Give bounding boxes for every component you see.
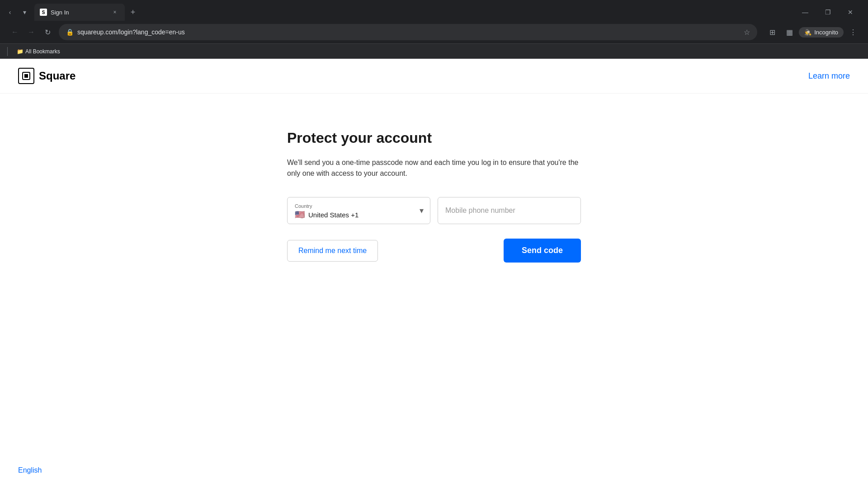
action-row: Remind me next time Send code (287, 239, 581, 263)
omnibox-bar: ← → ↻ 🔒 squareup.com/login?lang_code=en-… (0, 21, 868, 43)
main-content: Protect your account We'll send you a on… (287, 94, 581, 263)
maximize-button[interactable]: ❐ (817, 5, 838, 20)
chevron-down-icon: ▾ (420, 206, 424, 216)
logo-icon (18, 68, 34, 84)
phone-input[interactable] (438, 197, 581, 224)
us-flag-icon: 🇺🇸 (295, 210, 305, 220)
send-code-button[interactable]: Send code (504, 239, 581, 263)
all-bookmarks-label: All Bookmarks (25, 48, 60, 55)
page-content: Square Learn more Protect your account W… (0, 59, 868, 488)
incognito-indicator: 🕵 Incognito (799, 27, 844, 38)
phone-input-wrapper (438, 197, 581, 224)
country-label: Country (295, 203, 412, 209)
logo-link[interactable]: Square (18, 68, 75, 84)
refresh-button[interactable]: ↻ (40, 24, 55, 40)
country-name: United States +1 (308, 211, 359, 219)
bookmark-folder-icon: 📁 (17, 48, 24, 55)
all-bookmarks-item[interactable]: 📁 All Bookmarks (13, 47, 64, 56)
bookmarks-bar: 📁 All Bookmarks (0, 43, 868, 59)
tab-favicon: S (40, 9, 47, 16)
address-bar[interactable]: 🔒 squareup.com/login?lang_code=en-us ☆ (59, 24, 757, 40)
active-tab[interactable]: S Sign In × (34, 4, 125, 21)
learn-more-link[interactable]: Learn more (808, 71, 850, 81)
country-select-wrapper: Country 🇺🇸 United States +1 ▾ (287, 197, 430, 224)
country-value: 🇺🇸 United States +1 (295, 210, 412, 220)
logo-text: Square (39, 70, 75, 82)
close-button[interactable]: ✕ (840, 5, 861, 20)
country-select[interactable]: Country 🇺🇸 United States +1 ▾ (287, 197, 430, 224)
back-button[interactable]: ← (7, 24, 23, 40)
page-description: We'll send you a one-time passcode now a… (287, 157, 581, 179)
lock-icon: 🔒 (66, 28, 74, 36)
incognito-label: Incognito (814, 29, 838, 36)
minimize-button[interactable]: — (795, 5, 816, 20)
remind-me-button[interactable]: Remind me next time (287, 240, 378, 262)
sidebar-button[interactable]: ▦ (782, 24, 797, 40)
bookmark-star-icon[interactable]: ☆ (744, 28, 750, 37)
page-title: Protect your account (287, 130, 432, 146)
tab-title: Sign In (51, 9, 107, 16)
page-header: Square Learn more (0, 59, 868, 94)
svg-rect-1 (24, 74, 28, 78)
phone-form: Country 🇺🇸 United States +1 ▾ (287, 197, 581, 224)
tab-dropdown-button[interactable]: ▾ (18, 6, 31, 19)
url-display: squareup.com/login?lang_code=en-us (77, 28, 740, 36)
language-selector[interactable]: English (18, 466, 42, 474)
new-tab-button[interactable]: + (127, 6, 139, 19)
page-footer: English (18, 466, 42, 474)
bookmarks-divider (7, 47, 8, 56)
tab-back-button[interactable]: ‹ (4, 6, 16, 19)
more-menu-button[interactable]: ⋮ (845, 24, 861, 40)
incognito-icon: 🕵 (804, 29, 811, 36)
tab-close-button[interactable]: × (110, 8, 119, 17)
extensions-button[interactable]: ⊞ (764, 24, 780, 40)
forward-button[interactable]: → (24, 24, 39, 40)
tab-bar: ‹ ▾ S Sign In × + (0, 0, 868, 21)
